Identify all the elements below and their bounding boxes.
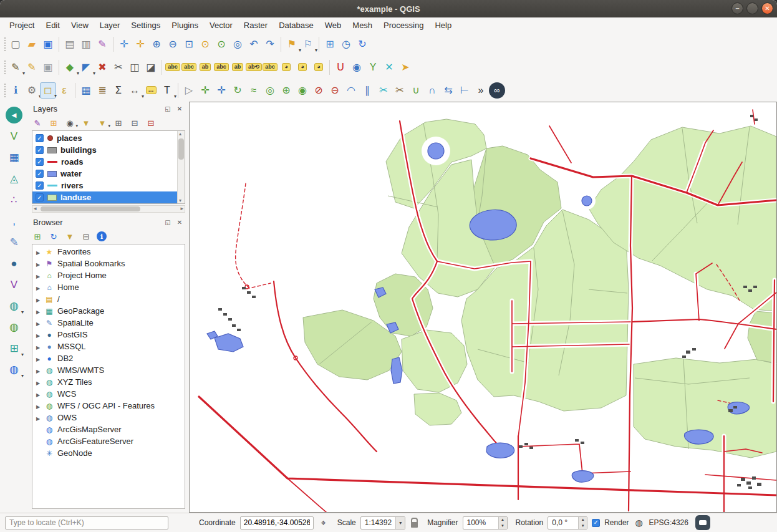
expand-arrow-icon[interactable] <box>35 413 41 422</box>
browser-item[interactable]: ◍ WCS <box>32 388 185 400</box>
zoom-full-extent-button[interactable]: ⊡ <box>181 36 197 52</box>
browser-item[interactable]: ● PostGIS <box>32 329 185 341</box>
expand-arrow-icon[interactable] <box>35 425 41 434</box>
layer-diagram-options-button[interactable]: ◕ <box>278 59 294 75</box>
zoom-in-button[interactable]: ⊕ <box>148 36 165 52</box>
move-feature-button[interactable]: ✛ <box>197 82 213 99</box>
collapse-all-browser-button[interactable]: ⊟ <box>80 231 92 242</box>
new-project-button[interactable]: ▢ <box>7 36 24 52</box>
menu-item[interactable]: Help <box>429 19 457 32</box>
select-features-button[interactable]: ◻ <box>40 82 56 99</box>
filter-legend-button[interactable]: ▼ <box>80 117 92 128</box>
enable-advanced-digitizing-button[interactable]: ▷ <box>181 82 197 99</box>
add-delimited-text-layer-button[interactable]: , <box>6 213 22 230</box>
measure-line-button[interactable]: ↔ <box>127 82 143 99</box>
show-spatial-bookmarks-button[interactable]: ⚐ <box>300 36 316 52</box>
browser-item[interactable]: ✳ GeoNode <box>32 447 185 459</box>
expand-arrow-icon[interactable] <box>35 318 41 327</box>
add-arcgis-layer-button[interactable]: ◍ <box>6 361 22 378</box>
delete-ring-button[interactable]: ⊘ <box>311 82 327 99</box>
spinner-buttons[interactable]: ▲▼ <box>578 517 587 529</box>
browser-item[interactable]: ⚑ Spatial Bookmarks <box>32 258 185 269</box>
scale-combo[interactable]: 1:14392 ▾ <box>360 516 405 530</box>
offset-curve-button[interactable]: ∥ <box>359 82 375 99</box>
reshape-features-button[interactable]: ◠ <box>343 82 359 99</box>
browser-item[interactable]: ⌂ Home <box>32 281 185 293</box>
layer-row[interactable]: buildings <box>32 144 177 156</box>
menu-item[interactable]: Database <box>273 19 319 32</box>
menu-item[interactable]: Web <box>319 19 347 32</box>
zoom-native-resolution-button[interactable]: ◎ <box>229 36 246 52</box>
expand-arrow-icon[interactable] <box>35 389 41 399</box>
reverse-line-button[interactable]: ⇆ <box>440 82 456 99</box>
copy-move-feature-button[interactable]: ✛ <box>213 82 229 99</box>
new-spatial-bookmark-button[interactable]: ⚑ <box>284 36 300 52</box>
coordinate-extent-toggle-icon[interactable]: ⌖ <box>318 518 329 528</box>
merge-features-button[interactable]: ∪ <box>408 82 424 99</box>
current-edits-button[interactable]: ✎ <box>7 59 24 75</box>
add-wms-layer-button[interactable]: ◍ <box>6 297 22 314</box>
pan-map-button[interactable]: ✛ <box>116 36 132 52</box>
browser-item[interactable]: ◍ ArcGisMapServer <box>32 423 185 435</box>
message-log-button[interactable] <box>695 515 710 530</box>
toolbar-overflow-button[interactable]: » <box>473 82 489 99</box>
fill-ring-button[interactable]: ◉ <box>294 82 311 99</box>
add-virtual-layer-button[interactable]: V <box>6 276 22 293</box>
browser-item[interactable]: ◍ WFS / OGC API - Features <box>32 400 185 412</box>
layers-panel-close-button[interactable] <box>175 104 184 113</box>
add-postgis-layer-button[interactable]: ● <box>6 255 22 272</box>
layer-visibility-checkbox[interactable] <box>36 146 44 154</box>
field-calculator-button[interactable]: ≣ <box>94 82 110 99</box>
menu-item[interactable]: Processing <box>378 19 429 32</box>
expand-arrow-icon[interactable] <box>35 294 41 304</box>
toggle-editing-button[interactable]: ✎ <box>24 59 40 75</box>
expand-all-button[interactable]: ⊞ <box>113 117 124 128</box>
refresh-browser-button[interactable]: ↻ <box>48 231 59 242</box>
layer-row[interactable]: rivers <box>32 180 177 191</box>
expand-arrow-icon[interactable] <box>35 271 41 280</box>
style-manager-button[interactable]: ✎ <box>94 36 110 52</box>
statistics-summary-button[interactable]: Σ <box>110 82 127 99</box>
titlebar[interactable]: *example - QGIS <box>0 0 777 17</box>
expand-arrow-icon[interactable] <box>35 283 41 292</box>
spinner-buttons[interactable]: ▲▼ <box>498 517 507 529</box>
browser-item[interactable]: ▤ / <box>32 293 185 305</box>
collapse-all-button[interactable]: ⊟ <box>129 117 140 128</box>
expand-arrow-icon[interactable] <box>35 306 41 316</box>
scrollbar-thumb[interactable] <box>41 206 140 211</box>
expand-arrow-icon[interactable] <box>35 330 41 339</box>
highlight-pinned-labels-button[interactable]: abc <box>181 59 197 75</box>
layer-visibility-checkbox[interactable] <box>36 181 44 190</box>
render-checkbox[interactable] <box>592 519 600 527</box>
cut-features-button[interactable]: ✂ <box>110 59 127 75</box>
new-map-view-button[interactable]: ⊞ <box>322 36 338 52</box>
filter-legend-expression-button[interactable]: ▼ <box>97 117 108 128</box>
crs-status[interactable]: EPSG:4326 <box>649 518 688 527</box>
chevron-down-icon[interactable]: ▾ <box>395 517 405 529</box>
layer-visibility-checkbox[interactable] <box>36 134 44 142</box>
scrollbar-thumb[interactable] <box>178 138 184 160</box>
add-vector-layer-button[interactable]: V <box>6 128 22 145</box>
browser-item[interactable]: ⌂ Project Home <box>32 269 185 281</box>
lock-scale-icon[interactable] <box>411 522 418 528</box>
browser-item[interactable]: ◍ ArcGisFeatureServer <box>32 435 185 447</box>
show-unplaced-labels-button[interactable]: ◉ <box>349 59 365 75</box>
layers-horizontal-scrollbar[interactable] <box>32 205 185 213</box>
paste-features-button[interactable]: ◪ <box>143 59 159 75</box>
text-annotation-button[interactable]: T <box>159 82 175 99</box>
search-features-button[interactable]: ∞ <box>489 82 505 99</box>
show-hide-diagrams-button[interactable]: ◕ <box>311 59 327 75</box>
zoom-to-layer-button[interactable]: ⊙ <box>213 36 229 52</box>
zoom-last-button[interactable]: ↶ <box>246 36 262 52</box>
expand-arrow-icon[interactable] <box>35 354 41 363</box>
browser-item[interactable]: ★ Favorites <box>32 246 185 258</box>
menu-item[interactable]: Vector <box>204 19 238 32</box>
simplify-feature-button[interactable]: ≈ <box>246 82 262 99</box>
filter-browser-button[interactable]: ▼ <box>64 231 75 242</box>
add-feature-button[interactable]: ◆ <box>62 59 78 75</box>
browser-panel-close-button[interactable] <box>175 218 184 226</box>
coordinate-input[interactable] <box>240 516 314 530</box>
move-diagram-button[interactable]: ◕ <box>294 59 311 75</box>
open-attribute-table-button[interactable]: ▦ <box>78 82 94 99</box>
minimize-button[interactable] <box>731 2 743 14</box>
